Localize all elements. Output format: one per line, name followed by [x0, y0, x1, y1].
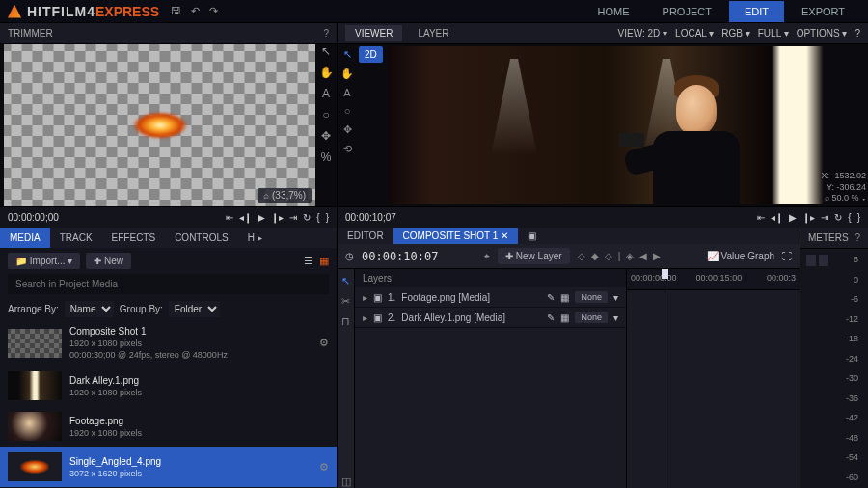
timeline-timecode[interactable]: 00:00:10:07: [362, 250, 438, 263]
orbit-tool-icon[interactable]: ⟲: [343, 143, 352, 155]
text-tool-icon[interactable]: A: [322, 87, 330, 100]
text-tool-icon[interactable]: A: [343, 87, 350, 98]
media-item[interactable]: Footage.png1920 x 1080 pixels: [0, 406, 337, 447]
mark-in-icon[interactable]: {: [848, 212, 851, 223]
tab-controls[interactable]: CONTROLS: [165, 228, 238, 248]
edit-icon[interactable]: ✎: [547, 292, 555, 303]
save-icon[interactable]: 🖫: [171, 5, 181, 17]
edit-icon[interactable]: ✎: [547, 312, 555, 323]
tab-media[interactable]: MEDIA: [0, 228, 50, 248]
trimmer-timecode[interactable]: 00:00:00;00: [8, 212, 59, 223]
chevron-down-icon[interactable]: ▾: [613, 292, 618, 303]
new-button[interactable]: ✚ New: [86, 253, 131, 269]
next-frame-icon[interactable]: ❙▸: [802, 212, 815, 223]
tab-add-icon[interactable]: ▣: [518, 228, 546, 244]
goto-end-icon[interactable]: ⇥: [821, 212, 828, 223]
timeline-ruler[interactable]: 00:00:00:00 00:00:15:00 00:00:3: [627, 269, 800, 290]
local-dropdown[interactable]: LOCAL ▾: [675, 28, 714, 39]
new-layer-button[interactable]: ✚ New Layer: [498, 248, 570, 264]
next-frame-icon[interactable]: ❙▸: [271, 212, 284, 223]
goto-start-icon[interactable]: ⇤: [757, 212, 765, 223]
prev-frame-icon[interactable]: ◂❙: [239, 212, 252, 223]
move-tool-icon[interactable]: ✥: [343, 123, 352, 136]
blend-mode[interactable]: None: [575, 291, 608, 303]
pointer-tool-icon[interactable]: ↖: [321, 44, 331, 58]
playhead[interactable]: [665, 269, 665, 488]
viewer-preview[interactable]: [389, 46, 824, 204]
timeline-tracks[interactable]: 00:00:00:00 00:00:15:00 00:00:3: [627, 269, 800, 488]
visibility-icon[interactable]: ▣: [373, 312, 382, 323]
loop-icon[interactable]: ↻: [303, 212, 311, 223]
goto-start-icon[interactable]: ⇤: [226, 212, 233, 223]
snap-tool-icon[interactable]: ⊓: [341, 315, 350, 328]
move-tool-icon[interactable]: ✥: [321, 129, 331, 143]
mode-2d-button[interactable]: 2D: [359, 46, 383, 63]
tab-editor[interactable]: EDITOR: [338, 228, 393, 244]
mark-out-icon[interactable]: }: [326, 212, 329, 223]
redo-icon[interactable]: ↷: [209, 5, 218, 17]
help-icon[interactable]: ?: [854, 232, 860, 243]
tab-layer[interactable]: LAYER: [408, 25, 458, 41]
ease-icon[interactable]: ◈: [626, 251, 634, 261]
link-tool-icon[interactable]: %: [321, 150, 332, 164]
chevron-down-icon[interactable]: ▾: [613, 312, 618, 323]
kf-add-icon[interactable]: ◆: [591, 251, 599, 261]
ease-in-icon[interactable]: ◀: [639, 251, 647, 261]
group-select[interactable]: Folder: [169, 301, 220, 317]
nav-project[interactable]: PROJECT: [647, 1, 727, 22]
nav-export[interactable]: EXPORT: [786, 1, 860, 22]
expand-icon[interactable]: ⛶: [782, 251, 792, 261]
prev-frame-icon[interactable]: ◂❙: [771, 212, 783, 223]
lock-icon[interactable]: ▦: [560, 312, 569, 323]
layer-row[interactable]: ▸ ▣ 2. Dark Alley.1.png [Media] ✎ ▦ None…: [355, 308, 626, 328]
tab-composite[interactable]: COMPOSITE SHOT 1 ✕: [393, 228, 519, 244]
media-item[interactable]: Dark Alley.1.png1920 x 1080 pixels: [0, 366, 337, 406]
loop-icon[interactable]: ↻: [834, 212, 842, 223]
pointer-tool-icon[interactable]: ↖: [343, 48, 352, 61]
help-icon[interactable]: ?: [323, 28, 329, 39]
full-dropdown[interactable]: FULL ▾: [758, 28, 789, 39]
ease-out-icon[interactable]: ▶: [653, 251, 661, 261]
hand-tool-icon[interactable]: ✋: [319, 66, 334, 79]
kf-next-icon[interactable]: ◇: [605, 251, 612, 261]
nav-home[interactable]: HOME: [583, 1, 645, 22]
hand-tool-icon[interactable]: ✋: [340, 68, 354, 80]
blend-mode[interactable]: None: [575, 312, 608, 323]
list-view-icon[interactable]: ☰: [304, 255, 313, 267]
chevron-right-icon[interactable]: ▸: [363, 312, 367, 323]
trimmer-viewport[interactable]: [4, 44, 315, 206]
media-item-selected[interactable]: Single_Angled_4.png3072 x 1620 pixels ⚙: [0, 447, 337, 487]
play-icon[interactable]: ▶: [789, 212, 797, 223]
collapse-icon[interactable]: ◫: [341, 475, 351, 488]
mark-in-icon[interactable]: {: [316, 212, 319, 223]
options-dropdown[interactable]: OPTIONS ▾: [797, 28, 848, 39]
rgb-dropdown[interactable]: RGB ▾: [721, 28, 749, 39]
view-mode-dropdown[interactable]: VIEW: 2D ▾: [618, 28, 668, 39]
chevron-right-icon[interactable]: ▸: [363, 292, 367, 303]
trimmer-zoom[interactable]: ⌕ (33,7%): [258, 188, 312, 203]
nav-edit[interactable]: EDIT: [729, 1, 784, 22]
gear-icon[interactable]: ⚙: [319, 461, 329, 474]
undo-icon[interactable]: ↶: [191, 5, 200, 17]
media-search-input[interactable]: [8, 274, 329, 294]
value-graph-button[interactable]: 📈 Value Graph: [707, 251, 774, 261]
shape-tool-icon[interactable]: ○: [322, 108, 329, 122]
mark-out-icon[interactable]: }: [857, 212, 860, 223]
tab-effects[interactable]: EFFECTS: [102, 228, 166, 248]
gear-icon[interactable]: ⚙: [319, 337, 329, 349]
pointer-tool-icon[interactable]: ↖: [341, 275, 350, 287]
goto-end-icon[interactable]: ⇥: [289, 212, 297, 223]
shape-tool-icon[interactable]: ○: [344, 105, 351, 117]
import-button[interactable]: 📁 Import... ▾: [8, 253, 80, 269]
lock-icon[interactable]: ▦: [560, 292, 569, 303]
tab-more[interactable]: H ▸: [238, 228, 272, 248]
snap-icon[interactable]: ⌖: [484, 251, 490, 262]
kf-prev-icon[interactable]: ◇: [578, 251, 585, 261]
slice-tool-icon[interactable]: ✂: [341, 295, 350, 308]
help-icon[interactable]: ?: [854, 28, 860, 39]
play-icon[interactable]: ▶: [258, 212, 265, 223]
media-item[interactable]: Composite Shot 11920 x 1080 pixels00:00:…: [0, 320, 337, 366]
grid-view-icon[interactable]: ▦: [319, 255, 329, 267]
layer-row[interactable]: ▸ ▣ 1. Footage.png [Media] ✎ ▦ None ▾: [355, 287, 626, 308]
tab-viewer[interactable]: VIEWER: [345, 25, 402, 41]
